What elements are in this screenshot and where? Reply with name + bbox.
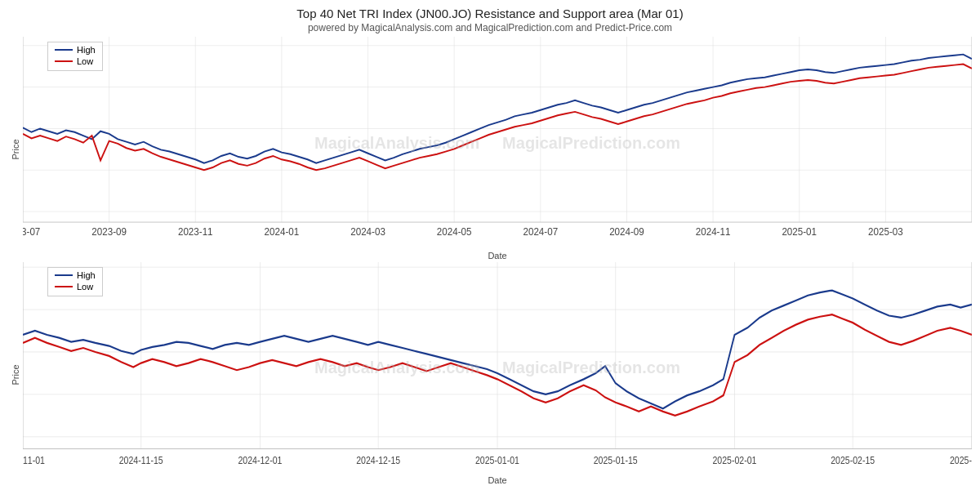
svg-text:2024-11-15: 2024-11-15 <box>119 455 163 466</box>
svg-text:2024-12-01: 2024-12-01 <box>238 455 283 466</box>
chart2-y-label: Price <box>8 262 23 488</box>
svg-text:2024-11: 2024-11 <box>696 226 731 237</box>
chart1-legend: High Low <box>47 42 103 71</box>
svg-text:2023-07: 2023-07 <box>23 226 40 237</box>
subtitle: powered by MagicalAnalysis.com and Magic… <box>308 22 672 33</box>
chart1-low-line-icon <box>55 60 73 62</box>
svg-text:2024-09: 2024-09 <box>609 226 644 237</box>
chart2-inner: MagicalAnalysis.com MagicalPrediction.co… <box>23 262 972 488</box>
svg-text:2025-02-15: 2025-02-15 <box>831 455 875 466</box>
svg-text:2023-11: 2023-11 <box>178 226 213 237</box>
chart1-container: Price MagicalAnalysis.com MagicalPredict… <box>8 37 972 262</box>
chart2-x-label: Date <box>23 474 972 487</box>
chart1-svg: 65000 70000 75000 80000 2023-07 2023-09 … <box>23 37 972 249</box>
chart2-svg-area: MagicalAnalysis.com MagicalPrediction.co… <box>23 262 972 474</box>
svg-text:2023-09: 2023-09 <box>91 226 127 237</box>
page-container: Top 40 Net TRI Index (JN00.JO) Resistanc… <box>0 0 980 490</box>
chart2-container: Price MagicalAnalysis.com MagicalPredict… <box>8 262 972 488</box>
chart2-low-label: Low <box>77 282 93 292</box>
chart1-legend-high: High <box>55 45 96 55</box>
chart1-high-line-icon <box>55 49 73 51</box>
svg-text:2025-01: 2025-01 <box>782 226 817 237</box>
svg-text:2025-03: 2025-03 <box>868 226 903 237</box>
svg-text:2024-05: 2024-05 <box>437 226 472 237</box>
svg-text:2024-03: 2024-03 <box>350 226 385 237</box>
svg-text:2025-01-15: 2025-01-15 <box>594 455 638 466</box>
chart1-legend-low: Low <box>55 56 96 66</box>
chart1-svg-area: MagicalAnalysis.com MagicalPrediction.co… <box>23 37 972 249</box>
svg-text:2025-02-01: 2025-02-01 <box>713 455 757 466</box>
chart2-legend: High Low <box>47 267 103 296</box>
chart1-high-label: High <box>77 45 96 55</box>
chart1-low-label: Low <box>77 56 93 66</box>
main-title: Top 40 Net TRI Index (JN00.JO) Resistanc… <box>296 7 683 20</box>
chart2-svg: 74000 76000 78000 80000 82000 2024-11-01… <box>23 262 972 474</box>
charts-wrapper: Price MagicalAnalysis.com MagicalPredict… <box>8 37 972 487</box>
chart2-high-label: High <box>77 270 96 280</box>
chart1-inner: MagicalAnalysis.com MagicalPrediction.co… <box>23 37 972 262</box>
chart1-x-label: Date <box>23 249 972 262</box>
chart1-y-label: Price <box>8 37 23 262</box>
svg-text:2024-01: 2024-01 <box>265 226 300 237</box>
svg-text:2025-01-01: 2025-01-01 <box>475 455 519 466</box>
chart2-legend-high: High <box>55 270 96 280</box>
svg-text:2024-11-01: 2024-11-01 <box>23 455 45 466</box>
svg-text:2024-07: 2024-07 <box>523 226 559 237</box>
chart2-low-line-icon <box>55 286 73 287</box>
chart2-high-line-icon <box>55 274 73 276</box>
chart2-legend-low: Low <box>55 282 96 292</box>
svg-text:2025-03-01: 2025-03-01 <box>950 455 972 466</box>
svg-text:2024-12-15: 2024-12-15 <box>356 455 400 466</box>
